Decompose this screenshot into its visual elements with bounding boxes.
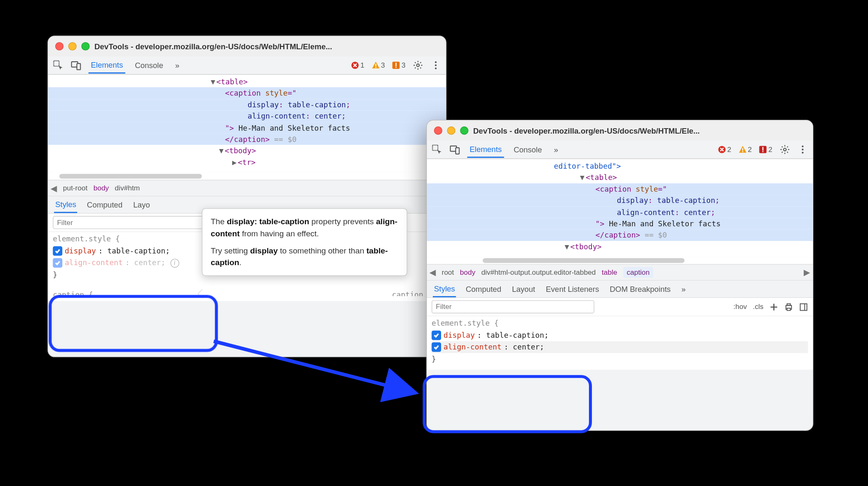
tab-console[interactable]: Console: [511, 142, 544, 157]
styles-filter-input[interactable]: [53, 216, 215, 229]
settings-icon[interactable]: [413, 60, 424, 71]
settings-icon[interactable]: [779, 144, 790, 155]
dom-tree[interactable]: editor-tabbed"> ▼<table> <caption style=…: [427, 159, 813, 257]
close-window-icon[interactable]: [55, 42, 63, 51]
tab-console[interactable]: Console: [132, 58, 165, 73]
subtabs-overflow[interactable]: »: [680, 281, 687, 296]
subtab-event-listeners[interactable]: Event Listeners: [545, 281, 600, 296]
dom-horizontal-scrollbar[interactable]: [48, 173, 446, 180]
decl-val-align-content[interactable]: : center;: [504, 341, 544, 353]
decl-val-display[interactable]: : table-caption;: [98, 245, 170, 257]
svg-rect-13: [432, 145, 438, 151]
issue-count[interactable]: 2: [759, 145, 772, 154]
dom-node-tbody[interactable]: <tbody>: [570, 242, 602, 251]
dom-node-caption-close: </caption>: [596, 230, 640, 239]
decl-prop-display[interactable]: display: [444, 329, 475, 341]
titlebar[interactable]: DevTools - developer.mozilla.org/en-US/d…: [48, 36, 446, 56]
device-toggle-icon[interactable]: [449, 144, 460, 155]
tab-elements[interactable]: Elements: [467, 141, 504, 158]
traffic-lights: [434, 127, 468, 135]
decl-display[interactable]: display: table-caption;: [431, 329, 808, 341]
dom-node-tbody[interactable]: <tbody>: [225, 146, 256, 155]
subtab-styles[interactable]: Styles: [54, 197, 77, 213]
hov-toggle[interactable]: :hov: [733, 303, 747, 311]
decl-checkbox-align-content[interactable]: [431, 342, 441, 352]
rule-close-brace: }: [431, 353, 808, 365]
decl-checkbox-display[interactable]: [431, 331, 441, 340]
subtab-styles[interactable]: Styles: [433, 281, 456, 297]
tabs-overflow[interactable]: »: [173, 58, 182, 73]
subtab-layout[interactable]: Layout: [511, 281, 536, 296]
subtab-layout[interactable]: Layo: [132, 197, 151, 213]
info-icon[interactable]: i: [170, 258, 179, 267]
svg-point-25: [802, 152, 803, 153]
warning-count[interactable]: 3: [371, 61, 385, 69]
breadcrumb[interactable]: ◀ put-root body div#htm: [48, 180, 446, 197]
decl-prop-display[interactable]: display: [65, 245, 96, 257]
error-count[interactable]: 1: [351, 61, 364, 69]
crumb-put-root[interactable]: put-root: [63, 184, 88, 192]
kebab-menu-icon[interactable]: [430, 60, 441, 71]
dom-text-caption: He-Man and Skeletor facts: [604, 219, 721, 228]
rule-selector[interactable]: element.style {: [431, 317, 808, 329]
error-count-value: 2: [727, 145, 731, 154]
zoom-window-icon[interactable]: [81, 42, 90, 51]
print-preview-icon[interactable]: [784, 302, 793, 311]
rule-cutoff-row: caption { caption.htm: [53, 289, 441, 296]
error-count[interactable]: 2: [718, 145, 731, 154]
issue-count[interactable]: 3: [392, 61, 406, 69]
tab-elements[interactable]: Elements: [89, 57, 125, 73]
styles-filter-input[interactable]: [431, 300, 594, 313]
subtab-computed[interactable]: Computed: [86, 197, 124, 213]
zoom-window-icon[interactable]: [460, 127, 469, 135]
breadcrumb-right-arrow[interactable]: ▶: [804, 268, 810, 277]
decl-prop-align-content[interactable]: align-content: [444, 341, 502, 353]
decl-prop-align-content[interactable]: align-content: [65, 257, 123, 268]
crumb-table[interactable]: table: [602, 268, 617, 276]
decl-checkbox-align-content[interactable]: [53, 258, 62, 268]
svg-point-23: [802, 146, 803, 147]
kebab-menu-icon[interactable]: [797, 144, 808, 155]
dom-node-tr[interactable]: <tr>: [238, 158, 256, 167]
dom-horizontal-scrollbar[interactable]: [427, 257, 813, 264]
titlebar[interactable]: DevTools - developer.mozilla.org/en-US/d…: [427, 121, 813, 141]
computed-panel-icon[interactable]: [799, 302, 808, 311]
decl-val-display[interactable]: : table-caption;: [477, 329, 548, 341]
new-rule-icon[interactable]: [769, 302, 778, 311]
breadcrumb[interactable]: ◀ root body div#html-output.output.edito…: [427, 264, 813, 281]
style-rules[interactable]: element.style { display: table-caption; …: [427, 316, 813, 370]
close-window-icon[interactable]: [434, 127, 442, 135]
breadcrumb-left-arrow[interactable]: ◀: [51, 183, 57, 193]
svg-rect-2: [77, 63, 81, 70]
cls-toggle[interactable]: .cls: [753, 303, 764, 311]
dom-node-table[interactable]: <table>: [586, 173, 617, 182]
warning-count[interactable]: 2: [739, 145, 752, 154]
subtab-dom-breakpoints[interactable]: DOM Breakpoints: [609, 281, 672, 296]
crumb-body[interactable]: body: [460, 268, 475, 276]
dom-node-caption-open[interactable]: <caption: [596, 185, 632, 193]
decl-align-content[interactable]: align-content: center;: [431, 341, 808, 353]
crumb-div[interactable]: div#htm: [115, 184, 140, 192]
dom-node-table[interactable]: <table>: [216, 77, 248, 86]
dom-node-caption-open[interactable]: <caption: [225, 89, 261, 97]
crumb-body[interactable]: body: [94, 184, 109, 192]
tabs-overflow[interactable]: »: [551, 142, 561, 157]
decl-val-align-content[interactable]: : center;: [125, 257, 165, 268]
minimize-window-icon[interactable]: [447, 127, 455, 135]
breadcrumb-left-arrow[interactable]: ◀: [429, 268, 436, 277]
inspect-icon[interactable]: [53, 60, 63, 71]
minimize-window-icon[interactable]: [68, 42, 76, 51]
dom-selected-marker: == $0: [640, 230, 667, 239]
crumb-caption[interactable]: caption: [623, 267, 653, 278]
decl-checkbox-display[interactable]: [53, 246, 62, 256]
inspect-icon[interactable]: [431, 144, 442, 155]
tooltip-caret-icon: [198, 289, 203, 299]
issue-count-value: 3: [401, 61, 406, 69]
device-toggle-icon[interactable]: [71, 60, 81, 71]
crumb-root[interactable]: root: [442, 268, 454, 276]
crumb-div[interactable]: div#html-output.output.editor-tabbed: [481, 268, 596, 276]
scroll-thumb[interactable]: [59, 174, 202, 178]
subtab-computed[interactable]: Computed: [464, 281, 503, 296]
dom-tree[interactable]: ▼<table> <caption style=" display: table…: [48, 75, 446, 173]
scroll-thumb[interactable]: [483, 258, 685, 263]
